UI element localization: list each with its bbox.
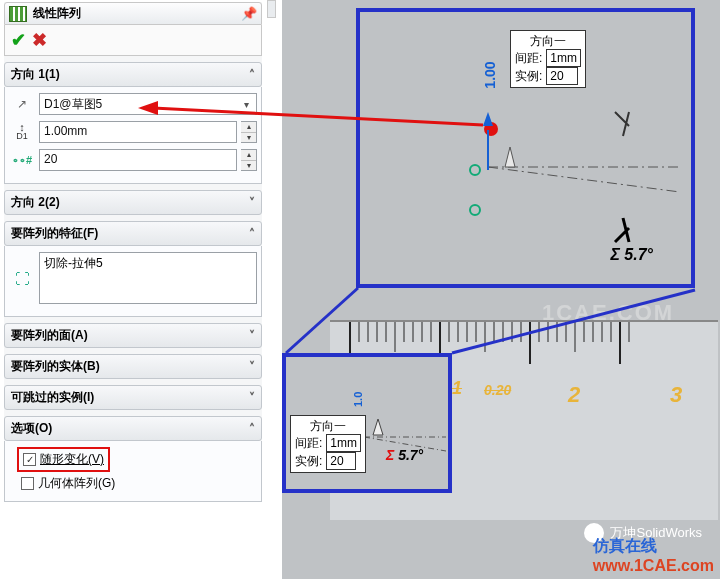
direction1-header[interactable]: 方向 1(1) ˄	[4, 62, 262, 87]
callout2-spacing-value[interactable]: 1mm	[326, 434, 361, 452]
panel-splitter[interactable]	[267, 0, 276, 18]
chevron-up-icon: ˄	[249, 227, 255, 241]
skip-header[interactable]: 可跳过的实例(I) ˅	[4, 385, 262, 410]
callout2-count-value[interactable]: 20	[326, 452, 356, 470]
property-manager-panel: 线性阵列 📌 ✔ ✖ 方向 1(1) ˄ ↗ D1@草图5 ▾ ↕D1 1.00…	[4, 2, 262, 502]
svg-point-6	[470, 205, 480, 215]
linear-pattern-icon	[9, 6, 27, 22]
chevron-up-icon: ˄	[249, 68, 255, 82]
bodies-header[interactable]: 要阵列的实体(B) ˅	[4, 354, 262, 379]
options-body: ✓ 随形变化(V) 几何体阵列(G)	[4, 441, 262, 502]
features-label: 要阵列的特征(F)	[11, 225, 98, 242]
options-label: 选项(O)	[11, 420, 52, 437]
spacing-spinner[interactable]: ▴▾	[241, 121, 257, 143]
faces-label: 要阵列的面(A)	[11, 327, 88, 344]
chevron-down-icon: ˅	[249, 391, 255, 405]
pm-action-bar: ✔ ✖	[4, 25, 262, 56]
angle-dimension-small: Σ Σ 5.7°5.7°	[386, 447, 423, 463]
spacing-icon: ↕D1	[9, 121, 35, 143]
ruler-number-3: 3	[670, 382, 682, 408]
pm-title-bar: 线性阵列 📌	[4, 2, 262, 25]
direction2-header[interactable]: 方向 2(2) ˅	[4, 190, 262, 215]
direction1-reference[interactable]: D1@草图5	[39, 93, 257, 115]
zoom-detail-box: 方向一 间距: 1mm 实例: 20 1.00 Σ 5.7°	[356, 8, 695, 288]
direction1-label: 方向 1(1)	[11, 66, 60, 83]
callout2-count-label: 实例:	[295, 453, 322, 469]
geom-checkbox[interactable]	[21, 477, 34, 490]
site-url: www.1CAE.com	[593, 557, 714, 574]
geom-label: 几何体阵列(G)	[38, 475, 115, 492]
site-watermark: 仿真在线 www.1CAE.com	[593, 536, 714, 575]
vary-highlight: ✓ 随形变化(V)	[17, 447, 110, 472]
svg-marker-4	[505, 147, 515, 167]
features-body: ⛶ 切除-拉伸5	[4, 246, 262, 317]
count-spinner[interactable]: ▴▾	[241, 149, 257, 171]
ruler-number-0: 0.20	[484, 382, 511, 398]
ok-button[interactable]: ✔	[11, 29, 26, 51]
spacing-input[interactable]: 1.00mm	[39, 121, 237, 143]
bodies-label: 要阵列的实体(B)	[11, 358, 100, 375]
options-header[interactable]: 选项(O) ˄	[4, 416, 262, 441]
callout2-title: 方向一	[295, 418, 361, 434]
feature-icon: ⛶	[9, 267, 35, 289]
chevron-up-icon: ˄	[249, 422, 255, 436]
angle-dimension: Σ 5.7°	[610, 246, 653, 264]
pin-icon[interactable]: 📌	[241, 6, 257, 21]
cancel-button[interactable]: ✖	[32, 29, 47, 51]
vary-label: 随形变化(V)	[40, 451, 104, 468]
callout2-spacing-label: 间距:	[295, 435, 322, 451]
direction1-body: ↗ D1@草图5 ▾ ↕D1 1.00mm ▴▾ ∘∘# 20 ▴▾	[4, 87, 262, 184]
faces-header[interactable]: 要阵列的面(A) ˅	[4, 323, 262, 348]
direction2-label: 方向 2(2)	[11, 194, 60, 211]
direction-edge-icon[interactable]: ↗	[9, 93, 35, 115]
skip-label: 可跳过的实例(I)	[11, 389, 94, 406]
svg-marker-55	[373, 419, 383, 435]
svg-point-5	[470, 165, 480, 175]
chevron-down-icon: ˅	[249, 329, 255, 343]
svg-marker-3	[483, 112, 493, 126]
feature-item[interactable]: 切除-拉伸5	[44, 255, 252, 272]
pm-title: 线性阵列	[33, 5, 81, 22]
svg-line-1	[488, 167, 680, 192]
count-icon: ∘∘#	[9, 149, 35, 171]
chevron-down-icon: ˅	[249, 360, 255, 374]
direction-callout-small: 方向一 间距: 1mm 实例: 20	[290, 415, 366, 473]
graphics-area[interactable]: 1CAE.COM 方向一 间距: 1mm 实例: 20 1.00	[282, 0, 720, 579]
features-list[interactable]: 切除-拉伸5	[39, 252, 257, 304]
reverse-direction-icon[interactable]: ▾	[244, 99, 249, 110]
chevron-down-icon: ˅	[249, 196, 255, 210]
features-header[interactable]: 要阵列的特征(F) ˄	[4, 221, 262, 246]
count-input[interactable]: 20	[39, 149, 237, 171]
vary-checkbox[interactable]: ✓	[23, 453, 36, 466]
svg-text:1.0: 1.0	[352, 392, 364, 407]
ruler-number-2: 2	[568, 382, 580, 408]
zoom-source-box: 1.0 方向一 间距: 1mm 实例: 20 Σ Σ 5.7°5.7°	[282, 353, 452, 493]
site-name: 仿真在线	[593, 537, 657, 554]
